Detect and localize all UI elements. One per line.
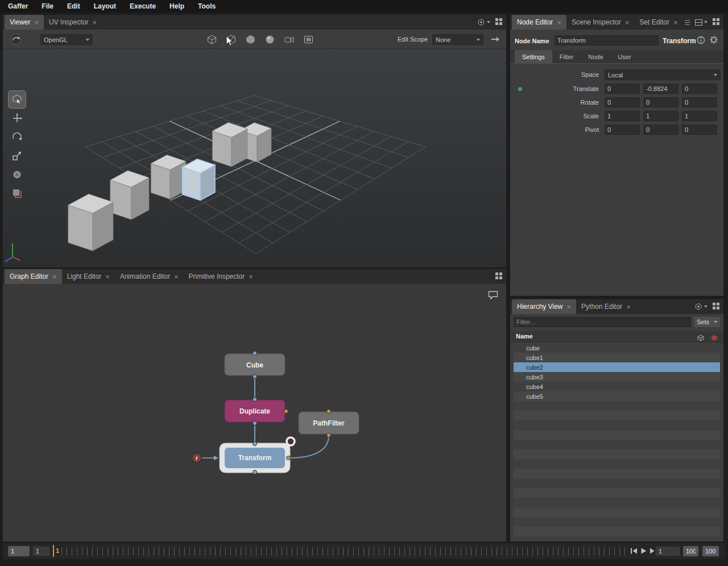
- skip-to-start-icon[interactable]: [630, 547, 638, 555]
- tab-primitive-inspector[interactable]: Primitive Inspector: [184, 269, 258, 284]
- list-item[interactable]: cube5: [514, 391, 720, 401]
- scale-y-input[interactable]: [643, 111, 679, 121]
- playback-end-input[interactable]: [683, 546, 698, 556]
- playhead-marker[interactable]: [53, 545, 54, 557]
- tab-graph-editor[interactable]: Graph Editor: [5, 269, 62, 284]
- node-name-input[interactable]: [555, 35, 659, 46]
- translate-z-input[interactable]: [682, 84, 717, 94]
- tab-viewer[interactable]: Viewer: [5, 15, 44, 30]
- layout-split-icon[interactable]: [695, 19, 708, 26]
- camera-tool-button[interactable]: [9, 166, 26, 183]
- tab-node-editor[interactable]: Node Editor: [512, 15, 566, 30]
- plug-icon[interactable]: [253, 422, 257, 425]
- close-icon[interactable]: [625, 19, 630, 26]
- camera-icon[interactable]: [283, 33, 295, 46]
- translate-x-input[interactable]: [605, 84, 640, 94]
- tab-animation-editor[interactable]: Animation Editor: [115, 269, 184, 284]
- plug-icon[interactable]: [327, 410, 331, 414]
- subtab-node[interactable]: Node: [581, 50, 610, 63]
- subtab-user[interactable]: User: [611, 50, 639, 63]
- tab-set-editor[interactable]: Set Editor: [634, 15, 682, 30]
- list-item[interactable]: cube4: [514, 382, 720, 391]
- node-transform[interactable]: Transform: [220, 443, 290, 473]
- name-column-header[interactable]: Name: [516, 333, 533, 340]
- edit-scope-dropdown[interactable]: None: [432, 34, 483, 45]
- tab-hierarchy-view[interactable]: Hierarchy View: [512, 299, 576, 314]
- plug-icon[interactable]: [253, 442, 257, 446]
- tab-scene-inspector[interactable]: Scene Inspector: [566, 15, 634, 30]
- pivot-y-input[interactable]: [643, 125, 679, 135]
- exclusions-icon[interactable]: [711, 333, 718, 344]
- inclusions-icon[interactable]: [697, 333, 704, 344]
- layout-grid-icon[interactable]: [713, 17, 719, 27]
- node-duplicate[interactable]: Duplicate: [225, 400, 285, 422]
- tab-light-editor[interactable]: Light Editor: [62, 269, 115, 284]
- close-icon[interactable]: [673, 19, 678, 26]
- close-icon[interactable]: [34, 19, 39, 26]
- close-icon[interactable]: [52, 273, 57, 280]
- viewport[interactable]: [3, 49, 506, 267]
- list-item[interactable]: cube1: [514, 353, 720, 362]
- scale-x-input[interactable]: [605, 111, 640, 121]
- rotate-z-input[interactable]: [682, 97, 717, 108]
- plug-icon[interactable]: [253, 352, 257, 356]
- gear-icon[interactable]: [709, 35, 718, 47]
- layout-grid-icon[interactable]: [713, 301, 719, 312]
- layout-grid-icon[interactable]: [495, 271, 502, 282]
- menu-item-tools[interactable]: Tools: [191, 0, 222, 13]
- tab-python-editor[interactable]: Python Editor: [576, 299, 636, 314]
- render-view-icon[interactable]: [302, 33, 315, 46]
- subtab-filter[interactable]: Filter: [552, 50, 581, 63]
- pivot-z-input[interactable]: [682, 125, 717, 135]
- menu-item-execute[interactable]: Execute: [123, 0, 163, 13]
- rotate-tool-button[interactable]: [9, 129, 26, 146]
- close-icon[interactable]: [105, 273, 110, 280]
- pivot-x-input[interactable]: [605, 125, 640, 135]
- focus-menu-icon[interactable]: [477, 18, 490, 26]
- plug-icon[interactable]: [327, 433, 331, 437]
- menu-item-layout[interactable]: Layout: [87, 0, 123, 13]
- scale-tool-button[interactable]: [9, 147, 26, 164]
- filter-plug-icon[interactable]: [287, 437, 295, 445]
- menu-item-help[interactable]: Help: [163, 0, 191, 13]
- rotate-x-input[interactable]: [605, 97, 640, 108]
- hierarchy-filter-input[interactable]: [514, 317, 691, 327]
- translate-y-input[interactable]: [643, 84, 679, 94]
- renderer-dropdown[interactable]: OpenGL: [40, 34, 93, 45]
- plug-icon[interactable]: [253, 470, 257, 474]
- sphere-icon[interactable]: [263, 33, 276, 46]
- close-icon[interactable]: [249, 273, 253, 280]
- value-changed-indicator[interactable]: [518, 87, 522, 91]
- plug-icon[interactable]: [253, 398, 257, 402]
- plug-icon[interactable]: [284, 410, 288, 414]
- solid-cube-icon[interactable]: [244, 33, 257, 46]
- tab-list-icon[interactable]: [684, 15, 690, 30]
- wireframe-cube-icon[interactable]: [205, 33, 218, 46]
- select-tool-button[interactable]: [9, 91, 26, 108]
- space-dropdown[interactable]: Local: [605, 69, 721, 80]
- info-icon[interactable]: [697, 36, 705, 47]
- dot-node-r[interactable]: r: [192, 453, 202, 463]
- plug-icon[interactable]: [287, 456, 291, 460]
- timeline-ruler[interactable]: [61, 547, 628, 556]
- plug-icon[interactable]: [253, 375, 257, 379]
- tab-uv-inspector[interactable]: UV Inspector: [44, 15, 102, 30]
- menu-item-file[interactable]: File: [35, 0, 60, 13]
- node-pathfilter[interactable]: PathFilter: [299, 412, 359, 434]
- rotate-y-input[interactable]: [643, 97, 679, 108]
- menu-item-gaffer[interactable]: Gaffer: [1, 0, 35, 13]
- menu-item-edit[interactable]: Edit: [60, 0, 87, 13]
- crop-window-tool-button[interactable]: [9, 185, 26, 202]
- subtab-settings[interactable]: Settings: [515, 50, 552, 63]
- play-icon[interactable]: [640, 547, 647, 555]
- close-icon[interactable]: [557, 19, 561, 26]
- sets-dropdown-button[interactable]: Sets: [694, 317, 720, 327]
- close-icon[interactable]: [92, 19, 97, 26]
- translate-tool-button[interactable]: [9, 110, 26, 127]
- node-graph-canvas[interactable]: Cube Duplicate PathFilter: [3, 284, 506, 542]
- layout-grid-icon[interactable]: [495, 17, 502, 27]
- list-item[interactable]: cube: [514, 343, 720, 353]
- current-frame-input[interactable]: [655, 546, 680, 556]
- range-start-input[interactable]: [8, 546, 30, 556]
- list-item[interactable]: cube3: [514, 372, 720, 382]
